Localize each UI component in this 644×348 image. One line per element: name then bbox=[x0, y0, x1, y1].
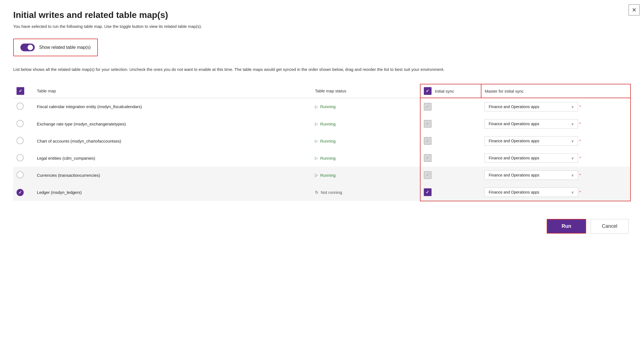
master-dropdown-value: Finance and Operations apps bbox=[489, 156, 539, 160]
row-master-cell: Finance and Operations apps ∨ * bbox=[481, 149, 630, 167]
row-sync-cell bbox=[420, 184, 481, 201]
row-sync-cell bbox=[420, 98, 481, 115]
row-checkbox[interactable] bbox=[17, 171, 24, 178]
row-status: ▷Running bbox=[312, 132, 420, 149]
row-checkbox[interactable] bbox=[17, 137, 24, 144]
close-button[interactable]: ✕ bbox=[629, 4, 640, 15]
required-star: * bbox=[579, 139, 581, 143]
status-text: Running bbox=[320, 122, 336, 126]
master-dropdown[interactable]: Finance and Operations apps ∨ bbox=[484, 102, 578, 111]
row-status: ▷Running bbox=[312, 98, 420, 115]
header-sync-checkbox[interactable] bbox=[424, 87, 432, 95]
row-select-cell bbox=[13, 149, 34, 167]
toggle-label: Show related table map(s) bbox=[39, 45, 91, 50]
chevron-down-icon: ∨ bbox=[571, 173, 574, 177]
table-row: Exchange rate type (msdyn_exchangeratety… bbox=[13, 115, 630, 132]
th-master: Master for initial sync bbox=[481, 84, 630, 98]
sync-checkbox[interactable] bbox=[424, 188, 432, 196]
table-wrap: Table map Table map status Initial sync … bbox=[13, 84, 631, 201]
chevron-down-icon: ∨ bbox=[571, 122, 574, 126]
row-status: ▷Running bbox=[312, 167, 420, 184]
dialog-subtitle: You have selected to run the following t… bbox=[13, 24, 631, 29]
row-sync-cell bbox=[420, 132, 481, 149]
row-select-cell bbox=[13, 167, 34, 184]
toggle-switch[interactable] bbox=[20, 44, 35, 51]
row-table-map-name: Exchange rate type (msdyn_exchangeratety… bbox=[34, 115, 312, 132]
status-text: Running bbox=[320, 173, 336, 178]
th-table-map: Table map bbox=[34, 84, 312, 98]
row-checkbox[interactable] bbox=[17, 189, 24, 196]
status-text: Running bbox=[320, 156, 336, 160]
row-status: ▷Running bbox=[312, 115, 420, 132]
required-star: * bbox=[579, 173, 581, 177]
th-initial-sync-label: Initial sync bbox=[435, 89, 454, 93]
master-dropdown[interactable]: Finance and Operations apps ∨ bbox=[484, 153, 578, 163]
run-button[interactable]: Run bbox=[547, 219, 586, 234]
th-status: Table map status bbox=[312, 84, 420, 98]
row-master-cell: Finance and Operations apps ∨ * bbox=[481, 167, 630, 184]
row-select-cell bbox=[13, 184, 34, 201]
table-row: Legal entities (cdm_companies)▷Running F… bbox=[13, 149, 630, 167]
chevron-down-icon: ∨ bbox=[571, 105, 574, 109]
sync-checkbox[interactable] bbox=[424, 103, 432, 111]
row-checkbox[interactable] bbox=[17, 103, 24, 110]
running-icon: ▷ bbox=[315, 156, 318, 160]
row-master-cell: Finance and Operations apps ∨ * bbox=[481, 132, 630, 149]
master-dropdown-value: Finance and Operations apps bbox=[489, 190, 539, 194]
status-text: Not running bbox=[321, 190, 342, 195]
sync-checkbox[interactable] bbox=[424, 154, 432, 162]
master-dropdown[interactable]: Finance and Operations apps ∨ bbox=[484, 136, 578, 146]
not-running-icon: ↻ bbox=[315, 190, 319, 195]
required-star: * bbox=[579, 122, 581, 126]
footer: Run Cancel bbox=[13, 219, 631, 234]
th-select-all bbox=[13, 84, 34, 98]
row-master-cell: Finance and Operations apps ∨ * bbox=[481, 98, 630, 115]
status-text: Running bbox=[320, 139, 336, 143]
chevron-down-icon: ∨ bbox=[571, 156, 574, 160]
main-table: Table map Table map status Initial sync … bbox=[13, 84, 631, 201]
running-icon: ▷ bbox=[315, 122, 318, 126]
sync-checkbox[interactable] bbox=[424, 120, 432, 128]
table-row: Currencies (transactioncurrencies)▷Runni… bbox=[13, 167, 630, 184]
master-dropdown[interactable]: Finance and Operations apps ∨ bbox=[484, 188, 578, 197]
row-select-cell bbox=[13, 132, 34, 149]
chevron-down-icon: ∨ bbox=[571, 190, 574, 194]
row-sync-cell bbox=[420, 149, 481, 167]
required-star: * bbox=[579, 105, 581, 109]
select-all-checkbox[interactable] bbox=[17, 87, 24, 95]
toggle-box: Show related table map(s) bbox=[13, 39, 98, 56]
running-icon: ▷ bbox=[315, 173, 318, 177]
close-icon: ✕ bbox=[632, 7, 637, 13]
row-sync-cell bbox=[420, 167, 481, 184]
row-status: ▷Running bbox=[312, 149, 420, 167]
sync-checkbox[interactable] bbox=[424, 137, 432, 145]
required-star: * bbox=[579, 156, 581, 160]
row-status: ↻Not running bbox=[312, 184, 420, 201]
row-master-cell: Finance and Operations apps ∨ * bbox=[481, 184, 630, 201]
row-checkbox[interactable] bbox=[17, 120, 24, 127]
description-text: List below shows all the related table m… bbox=[13, 66, 509, 73]
dialog: ✕ Initial writes and related table map(s… bbox=[0, 0, 644, 348]
table-row: Chart of accounts (msdyn_chartofaccounts… bbox=[13, 132, 630, 149]
row-table-map-name: Fiscal calendar integration entity (msdy… bbox=[34, 98, 312, 115]
row-table-map-name: Currencies (transactioncurrencies) bbox=[34, 167, 312, 184]
master-dropdown[interactable]: Finance and Operations apps ∨ bbox=[484, 170, 578, 180]
running-icon: ▷ bbox=[315, 105, 318, 109]
master-dropdown[interactable]: Finance and Operations apps ∨ bbox=[484, 119, 578, 129]
dialog-title: Initial writes and related table map(s) bbox=[13, 10, 631, 20]
th-initial-sync: Initial sync bbox=[420, 84, 481, 98]
row-table-map-name: Chart of accounts (msdyn_chartofaccounts… bbox=[34, 132, 312, 149]
sync-checkbox[interactable] bbox=[424, 171, 432, 179]
row-select-cell bbox=[13, 115, 34, 132]
row-sync-cell bbox=[420, 115, 481, 132]
running-icon: ▷ bbox=[315, 139, 318, 143]
row-table-map-name: Legal entities (cdm_companies) bbox=[34, 149, 312, 167]
row-master-cell: Finance and Operations apps ∨ * bbox=[481, 115, 630, 132]
row-checkbox[interactable] bbox=[17, 154, 24, 161]
row-table-map-name: Ledger (msdyn_ledgers) bbox=[34, 184, 312, 201]
master-dropdown-value: Finance and Operations apps bbox=[489, 105, 539, 109]
cancel-button[interactable]: Cancel bbox=[591, 219, 629, 234]
required-star: * bbox=[579, 190, 581, 194]
toggle-thumb bbox=[28, 45, 33, 50]
table-row: Ledger (msdyn_ledgers)↻Not running Finan… bbox=[13, 184, 630, 201]
